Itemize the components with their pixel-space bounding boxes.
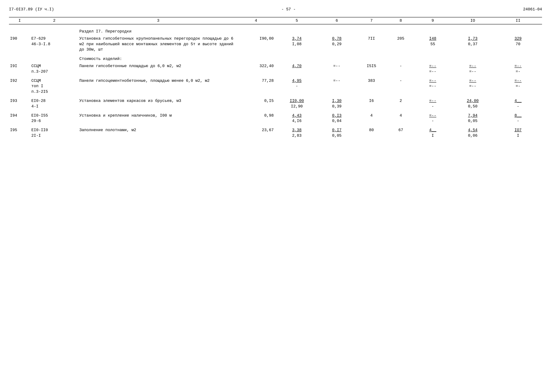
row-col4-i94: 0,98 [238,112,276,125]
section-header-row: Раздел I7. Перегородки [9,26,542,35]
row-col10-i93: 24,000,50 [451,98,494,110]
column-headers: I 2 3 4 5 6 7 8 9 IO II [9,17,542,24]
row-col8-i90: 205 [387,35,414,53]
table-row: I93 EI0-28 4-I Установка элементов карка… [9,98,542,110]
row-col6-i94: 0,I30,04 [318,112,356,125]
row-desc-i95: Заполнение полотнами, м2 [78,127,238,140]
row-id-i94: I94 [9,112,30,125]
row-col4-i92: 77,28 [238,77,276,95]
row-col11-i92: =--=- [494,77,542,95]
row-id-i93: I93 [9,98,30,110]
row-col5-i91: 4,70 [275,63,318,75]
col-header-11: II [494,19,542,23]
col-header-7: 7 [356,19,387,23]
row-col7-i90: 7II [356,35,387,53]
row-col9-i93: =--- [414,98,451,110]
row-col9-i92: =--=-- [414,77,451,95]
col-header-8: 8 [387,19,414,23]
row-col11-i93: 4__- [494,98,542,110]
row-col11-i95: IO7I [494,127,542,140]
row-col10-i90: I,730,37 [451,35,494,53]
row-code-i92: ССЦМ топ I п.3-2I5 [30,77,78,95]
row-desc-i92: Панели гипсоцементнобетонные, площадью м… [78,77,238,95]
cost-label-row: Стоимость изделий: [9,56,542,63]
row-desc-i90: Установка гипсобетонных крупнопанельных … [78,35,238,53]
row-col7-i91: I5I5 [356,63,387,75]
row-desc-i91: Панели гипсобетонные площадью до 6,0 м2,… [78,63,238,75]
row-col7-i95: 80 [356,127,387,140]
row-col6-i90: 0,780,29 [318,35,356,53]
col-header-3: 3 [78,19,238,23]
page-header: I7-OI37.89 (IУ ч.I) - 57 - 24061-04 [9,7,542,12]
row-col7-i93: I6 [356,98,387,110]
row-id-i92: I92 [9,77,30,95]
row-col8-i94: 4 [387,112,414,125]
doc-reference: I7-OI37.89 (IУ ч.I) [9,7,54,12]
row-col8-i95: 67 [387,127,414,140]
row-col10-i91: =--=-- [451,63,494,75]
row-col11-i90: 32970 [494,35,542,53]
row-col11-i94: 8__- [494,112,542,125]
row-code-i95: EI0-II0 2I-I [30,127,78,140]
row-col4-i93: 0,I5 [238,98,276,110]
cost-label: Стоимость изделий: [78,56,238,63]
row-col5-i94: 4,434,I6 [275,112,318,125]
row-col9-i94: =--- [414,112,451,125]
row-code-i90: E7-629 46-3-I.8 [30,35,78,53]
row-col5-i92: 4,95- [275,77,318,95]
row-col5-i95: 3,382,83 [275,127,318,140]
row-desc-i93: Установка элементов каркасов из брусьев,… [78,98,238,110]
section-empty-2 [30,26,78,35]
row-col4-i91: 322,40 [238,63,276,75]
page-number: - 57 - [281,7,296,12]
row-col10-i92: =--=-- [451,77,494,95]
col-header-1: I [9,19,30,23]
row-col11-i91: =--=- [494,63,542,75]
col-header-5: 5 [275,19,318,23]
table-row: I95 EI0-II0 2I-I Заполнение полотнами, м… [9,127,542,140]
row-col5-i93: II0,00I2,90 [275,98,318,110]
doc-number: 24061-04 [523,7,542,12]
row-code-i93: EI0-28 4-I [30,98,78,110]
section-title: Раздел I7. Перегородки [78,26,238,35]
table-row: I92 ССЦМ топ I п.3-2I5 Панели гипсоцемен… [9,77,542,95]
col-header-6: 6 [318,19,356,23]
row-col6-i93: I,300,39 [318,98,356,110]
row-id-i91: I9I [9,63,30,75]
row-id-i90: I90 [9,35,30,53]
col-header-2: 2 [30,19,78,23]
row-col8-i91: - [387,63,414,75]
row-col4-i90: I90,00 [238,35,276,53]
row-col9-i91: =--=-- [414,63,451,75]
row-col10-i95: 4,540,06 [451,127,494,140]
row-code-i91: ССЦМ п.3-207 [30,63,78,75]
section-empty-1 [9,26,30,35]
row-col6-i92: =-- [318,77,356,95]
row-desc-i94: Установка и крепление наличников, I00 м [78,112,238,125]
row-col10-i94: 7,940,05 [451,112,494,125]
row-col6-i91: =-- [318,63,356,75]
col-header-10: IO [451,19,494,23]
col-header-9: 9 [414,19,451,23]
table-row: I90 E7-629 46-3-I.8 Установка гипсобетон… [9,35,542,53]
row-col9-i95: 4__I [414,127,451,140]
row-col8-i92: - [387,77,414,95]
row-col6-i95: 0,I70,05 [318,127,356,140]
row-col8-i93: 2 [387,98,414,110]
row-code-i94: EI0-I55 29-6 [30,112,78,125]
table-row: I9I ССЦМ п.3-207 Панели гипсобетонные пл… [9,63,542,75]
row-id-i95: I95 [9,127,30,140]
col-header-4: 4 [238,19,276,23]
row-col4-i95: 23,67 [238,127,276,140]
main-table: Раздел I7. Перегородки I90 E7-629 46-3-I… [9,26,542,140]
row-col5-i90: 3,74I,08 [275,35,318,53]
row-col7-i92: 383 [356,77,387,95]
row-col7-i94: 4 [356,112,387,125]
table-row: I94 EI0-I55 29-6 Установка и крепление н… [9,112,542,125]
row-col9-i90: I4855 [414,35,451,53]
